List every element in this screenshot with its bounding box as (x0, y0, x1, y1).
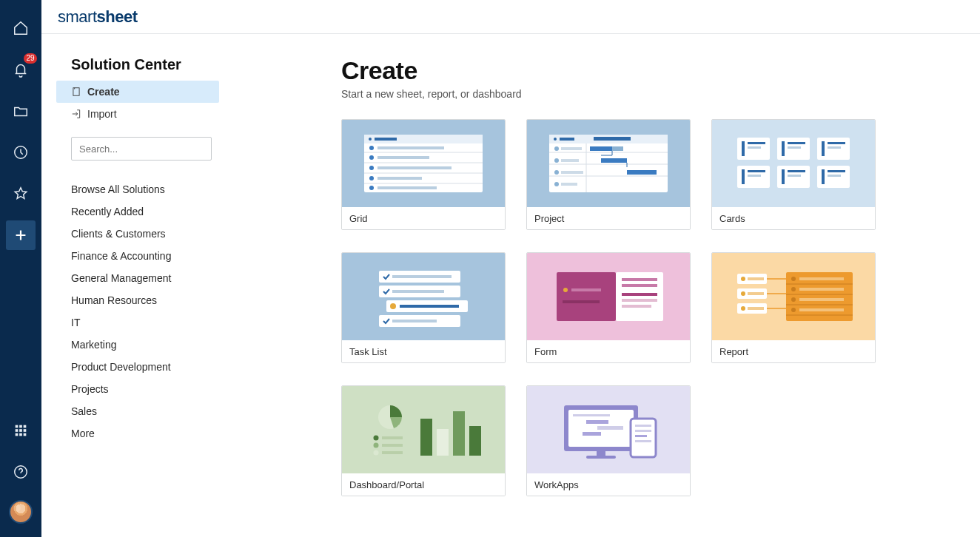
svg-rect-84 (392, 320, 437, 322)
notifications-icon[interactable]: 29 (6, 55, 36, 84)
svg-rect-88 (563, 300, 600, 303)
svg-rect-75 (828, 175, 841, 177)
svg-rect-16 (375, 138, 397, 141)
svg-rect-114 (799, 298, 844, 301)
svg-rect-54 (748, 142, 765, 144)
home-icon[interactable] (6, 13, 36, 43)
category-recently-added[interactable]: Recently Added (71, 200, 264, 223)
search-input[interactable] (78, 143, 205, 155)
category-general-management[interactable]: General Management (71, 267, 264, 289)
category-projects[interactable]: Projects (71, 378, 264, 400)
mode-create-label: Create (87, 86, 120, 98)
tile-grid[interactable]: Grid (341, 119, 506, 230)
recents-icon[interactable] (6, 138, 36, 167)
svg-rect-30 (377, 186, 437, 189)
svg-rect-110 (799, 277, 844, 280)
svg-rect-71 (788, 175, 801, 177)
mode-import[interactable]: Import (56, 103, 219, 125)
svg-rect-136 (631, 419, 656, 457)
category-human-resources[interactable]: Human Resources (71, 289, 264, 311)
svg-point-46 (554, 158, 559, 163)
svg-rect-63 (828, 146, 841, 149)
tile-task-list[interactable]: Task List (341, 252, 506, 363)
tile-form[interactable]: Form (526, 252, 691, 363)
svg-point-29 (369, 186, 374, 190)
svg-rect-22 (377, 146, 444, 149)
tile-dashboard-portal[interactable]: Dashboard/Portal (341, 385, 506, 496)
svg-rect-103 (748, 307, 764, 310)
svg-rect-90 (622, 278, 657, 281)
svg-rect-28 (377, 177, 422, 180)
tile-grid-label: Grid (342, 207, 505, 229)
svg-rect-121 (382, 444, 403, 447)
svg-rect-74 (828, 170, 845, 172)
svg-point-27 (369, 176, 374, 180)
mode-import-label: Import (87, 108, 117, 120)
tile-report-thumb (712, 253, 875, 340)
svg-rect-35 (594, 137, 631, 141)
main-content: Create Start a new sheet, report, or das… (278, 34, 980, 537)
svg-rect-2 (19, 425, 22, 428)
svg-point-111 (791, 287, 796, 291)
tile-project[interactable]: Project (526, 119, 691, 230)
category-list: Browse All Solutions Recently Added Clie… (71, 178, 264, 445)
category-marketing[interactable]: Marketing (71, 334, 264, 356)
svg-rect-49 (561, 171, 583, 174)
mode-create[interactable]: Create (56, 81, 219, 103)
category-more[interactable]: More (71, 422, 264, 445)
tile-grid-thumb (342, 120, 505, 207)
svg-rect-41 (612, 146, 623, 151)
svg-rect-82 (400, 305, 459, 308)
tile-workapps[interactable]: WorkApps (526, 385, 691, 496)
category-it[interactable]: IT (71, 311, 264, 334)
svg-rect-59 (788, 146, 801, 149)
svg-rect-5 (19, 429, 22, 432)
svg-rect-34 (560, 138, 574, 141)
create-tiles: Grid (341, 119, 950, 496)
app-header: smartsheet (41, 0, 980, 34)
svg-rect-92 (622, 293, 657, 296)
apps-icon[interactable] (6, 416, 36, 445)
user-avatar[interactable] (9, 500, 33, 524)
svg-point-44 (554, 146, 559, 151)
tile-project-label: Project (527, 207, 690, 229)
svg-rect-40 (590, 146, 612, 151)
svg-rect-94 (622, 305, 651, 308)
category-sales[interactable]: Sales (71, 400, 264, 422)
svg-rect-125 (437, 429, 449, 456)
tile-report[interactable]: Report (711, 252, 876, 363)
svg-rect-119 (382, 436, 403, 439)
category-clients-customers[interactable]: Clients & Customers (71, 223, 264, 245)
favorites-icon[interactable] (6, 179, 36, 209)
svg-point-96 (741, 277, 745, 281)
svg-rect-133 (586, 420, 608, 424)
category-browse-all[interactable]: Browse All Solutions (71, 178, 264, 200)
svg-rect-123 (382, 451, 403, 454)
svg-rect-134 (597, 426, 623, 430)
svg-rect-55 (748, 146, 761, 149)
create-new-button[interactable] (6, 220, 36, 250)
svg-rect-135 (583, 432, 601, 436)
svg-rect-132 (573, 414, 610, 416)
svg-rect-100 (748, 292, 764, 295)
svg-point-102 (741, 306, 745, 311)
smartsheet-logo[interactable]: smartsheet (58, 7, 137, 27)
svg-point-115 (791, 308, 796, 312)
tile-task-list-label: Task List (342, 340, 505, 362)
svg-rect-97 (748, 277, 764, 280)
category-finance-accounting[interactable]: Finance & Accounting (71, 245, 264, 267)
tile-cards[interactable]: Cards (711, 119, 876, 230)
help-icon[interactable] (6, 457, 36, 487)
svg-point-23 (369, 155, 374, 160)
category-product-development[interactable]: Product Development (71, 356, 264, 378)
solution-center-sidebar: Solution Center Create Import Browse All… (41, 34, 278, 537)
svg-point-118 (374, 436, 379, 441)
svg-rect-87 (571, 288, 601, 291)
svg-rect-62 (828, 142, 845, 144)
search-box[interactable] (71, 137, 212, 161)
svg-rect-58 (788, 142, 805, 144)
folder-icon[interactable] (6, 96, 36, 126)
svg-rect-116 (799, 308, 844, 311)
svg-rect-61 (822, 141, 825, 156)
svg-rect-53 (742, 141, 745, 156)
